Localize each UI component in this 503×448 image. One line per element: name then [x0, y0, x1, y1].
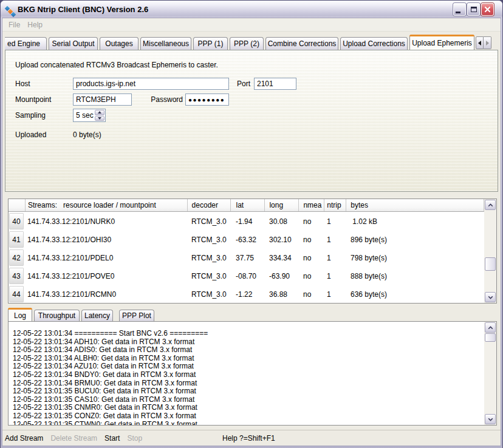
sampling-value: 5 sec: [74, 109, 94, 121]
tab-upload-ephemeris[interactable]: Upload Ephemeris: [409, 35, 474, 50]
tab-ppp-1[interactable]: PPP (1): [193, 37, 228, 50]
upload-ephemeris-panel: Upload concatenated RTCMv3 Broadcast Eph…: [5, 50, 498, 192]
scroll-down-button[interactable]: [485, 414, 496, 424]
cell-lat: -1.94: [230, 212, 265, 231]
scroll-up-button[interactable]: [485, 322, 496, 333]
cell-nmea: no: [299, 231, 324, 249]
column-header-long[interactable]: long: [264, 199, 298, 211]
menu-file[interactable]: File: [5, 21, 24, 29]
streams-table-header: Streams: resource loader / mountpointdec…: [9, 199, 484, 212]
password-value: ●●●●●●●●: [188, 97, 225, 103]
cell-long: 30.08: [265, 212, 299, 231]
cell-stream: 141.74.33.12:2101/PDEL0: [25, 249, 187, 267]
mountpoint-label: Mountpoint: [15, 95, 51, 104]
port-input[interactable]: 2101: [254, 78, 296, 90]
tab-ppp-2[interactable]: PPP (2): [230, 37, 264, 50]
tab-log[interactable]: Log: [8, 308, 32, 321]
toolbar-help: Help ?=Shift+F1: [222, 430, 275, 446]
cell-bytes: 1.02 kB: [346, 212, 484, 231]
scroll-thumb[interactable]: [485, 333, 496, 342]
streams-scrollbar[interactable]: [484, 199, 496, 303]
tab-upload-corrections[interactable]: Upload Corrections: [340, 37, 408, 50]
log-text: 12-05-22 13:01:34 ========== Start BNC v…: [13, 330, 483, 425]
menu-help[interactable]: Help: [24, 21, 46, 29]
table-row[interactable]: 43141.74.33.12:2101/POVE0RTCM_3.0-08.70-…: [9, 267, 484, 285]
cell-long: 36.88: [265, 285, 299, 304]
table-row[interactable]: 41141.74.33.12:2101/OHI30RTCM_3.0-63.323…: [9, 231, 484, 249]
panel-description: Upload concatenated RTCMv3 Broadcast Eph…: [15, 61, 218, 69]
tab-latency[interactable]: Latency: [81, 310, 113, 321]
column-header-streams[interactable]: Streams: resource loader / mountpoint: [25, 199, 187, 211]
cell-ntrip: 1: [324, 212, 346, 231]
cell-bytes: 798 byte(s): [346, 249, 484, 267]
column-header-nmea[interactable]: nmea: [298, 199, 324, 211]
row-number-cell[interactable]: 44: [9, 286, 24, 302]
toolbar-add-stream[interactable]: Add Stream: [5, 434, 43, 443]
tab-miscellaneous[interactable]: Miscellaneous: [140, 37, 191, 50]
toolbar-stop: Stop: [127, 434, 142, 443]
titlebar: BKG Ntrip Client (BNC) Version 2.6: [1, 1, 502, 18]
row-number-cell[interactable]: 43: [9, 268, 24, 284]
app-icon: [5, 6, 16, 17]
arrow-left-icon: [478, 41, 481, 46]
maximize-button[interactable]: [467, 3, 480, 16]
port-label: Port: [237, 80, 250, 88]
table-row[interactable]: 44141.74.33.12:2101/RCMN0RTCM_3.0-1.2236…: [9, 285, 484, 304]
tab-scroll-right-button[interactable]: [484, 36, 491, 49]
column-header-ntrip[interactable]: ntrip: [324, 199, 346, 211]
tab-bar: ed EngineSerial OutputOutagesMiscellaneo…: [5, 35, 476, 50]
minimize-button[interactable]: [453, 3, 466, 16]
row-header-corner: [9, 199, 25, 211]
row-number: 41: [9, 231, 25, 249]
tab-ppp-plot[interactable]: PPP Plot: [119, 310, 154, 321]
port-value: 2101: [257, 80, 273, 88]
log-tab-bar: LogThroughputLatencyPPP Plot: [8, 308, 154, 321]
cell-ntrip: 1: [324, 267, 346, 285]
close-icon: [484, 6, 491, 13]
column-header-bytes[interactable]: bytes: [346, 199, 484, 211]
spin-down-icon: [98, 117, 101, 120]
tab-outages[interactable]: Outages: [100, 37, 139, 50]
chevron-down-icon: [488, 418, 493, 421]
scroll-down-button[interactable]: [485, 292, 496, 302]
column-header-decoder[interactable]: decoder: [187, 199, 230, 211]
host-value: products.igs-ip.net: [76, 80, 135, 88]
tab-scroll-left-button[interactable]: [476, 36, 484, 49]
cell-stream: 141.74.33.12:2101/RCMN0: [25, 285, 187, 304]
uploaded-label: Uploaded: [15, 131, 46, 139]
tab-throughput[interactable]: Throughput: [34, 310, 80, 321]
cell-lat: 37.75: [230, 249, 265, 267]
tab-combine-corrections[interactable]: Combine Corrections: [265, 37, 338, 50]
cell-nmea: no: [299, 249, 324, 267]
log-scrollbar[interactable]: [484, 322, 496, 425]
host-input[interactable]: products.igs-ip.net: [73, 78, 229, 90]
uploaded-value: 0 byte(s): [73, 131, 101, 139]
client-area: FileHelp ed EngineSerial OutputOutagesMi…: [2, 18, 501, 446]
sampling-spin-up-button[interactable]: [95, 110, 104, 115]
arrow-right-icon: [486, 41, 489, 46]
sampling-spin-down-button[interactable]: [95, 116, 104, 121]
log-view[interactable]: 12-05-22 13:01:34 ========== Start BNC v…: [8, 321, 497, 426]
table-row[interactable]: 42141.74.33.12:2101/PDEL0RTCM_3.037.7533…: [9, 249, 484, 267]
column-header-lat[interactable]: lat: [230, 199, 265, 211]
row-number-cell[interactable]: 41: [9, 231, 24, 248]
row-number-cell[interactable]: 42: [9, 249, 24, 266]
sampling-spinbox[interactable]: 5 sec: [73, 109, 106, 122]
spin-up-icon: [98, 111, 101, 114]
tab-ed-engine[interactable]: ed Engine: [5, 37, 47, 50]
streams-table: Streams: resource loader / mountpointdec…: [8, 199, 497, 304]
cell-long: -63.90: [265, 267, 299, 285]
password-label: Password: [115, 95, 183, 104]
cell-decoder: RTCM_3.0: [187, 285, 230, 304]
tab-serial-output[interactable]: Serial Output: [49, 37, 98, 50]
cell-stream: 141.74.33.12:2101/NURK0: [25, 212, 187, 231]
toolbar-start[interactable]: Start: [104, 434, 120, 443]
tab-scroll-arrows: [476, 36, 491, 49]
table-row[interactable]: 40141.74.33.12:2101/NURK0RTCM_3.0-1.9430…: [9, 212, 484, 231]
password-input[interactable]: ●●●●●●●●: [185, 93, 229, 106]
close-button[interactable]: [481, 3, 494, 16]
scroll-up-button[interactable]: [485, 200, 496, 210]
row-number-cell[interactable]: 40: [9, 213, 24, 229]
scroll-thumb[interactable]: [485, 257, 496, 271]
row-number: 43: [9, 267, 25, 285]
